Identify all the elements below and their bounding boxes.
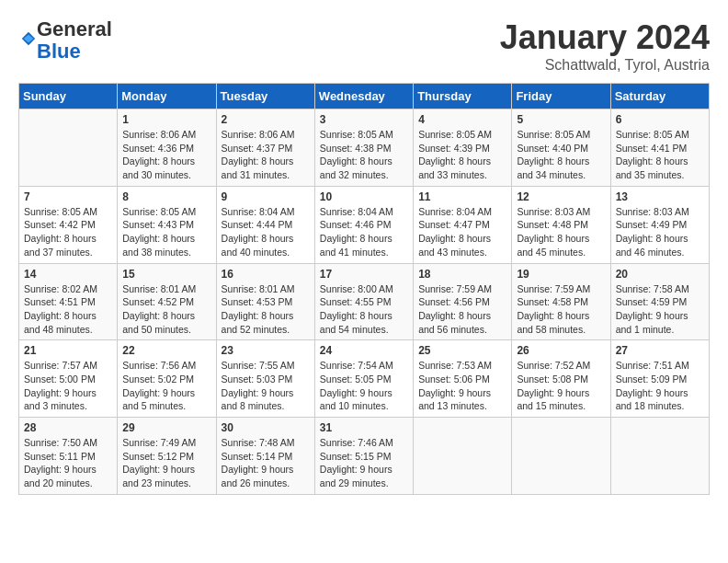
calendar-cell: 11 Sunrise: 8:04 AMSunset: 4:47 PMDaylig…: [414, 186, 512, 263]
calendar-cell: 21 Sunrise: 7:57 AMSunset: 5:00 PMDaylig…: [19, 340, 118, 418]
day-info: Sunrise: 7:58 AMSunset: 4:59 PMDaylight:…: [616, 282, 704, 337]
calendar-cell: 13 Sunrise: 8:03 AMSunset: 4:49 PMDaylig…: [610, 186, 709, 263]
day-info: Sunrise: 7:50 AMSunset: 5:11 PMDaylight:…: [24, 436, 112, 490]
day-number: 3: [320, 113, 408, 126]
calendar-cell: 12 Sunrise: 8:03 AMSunset: 4:48 PMDaylig…: [512, 186, 610, 263]
day-info: Sunrise: 8:01 AMSunset: 4:52 PMDaylight:…: [122, 282, 210, 337]
day-number: 30: [222, 421, 310, 434]
day-number: 29: [122, 421, 210, 434]
calendar-cell: 19 Sunrise: 7:59 AMSunset: 4:58 PMDaylig…: [512, 263, 610, 340]
calendar-cell: 16 Sunrise: 8:01 AMSunset: 4:53 PMDaylig…: [216, 263, 314, 340]
day-number: 22: [122, 344, 210, 357]
header-monday: Monday: [118, 84, 216, 109]
day-number: 6: [616, 113, 704, 126]
day-number: 17: [320, 268, 408, 281]
calendar-cell: 6 Sunrise: 8:05 AMSunset: 4:41 PMDayligh…: [610, 109, 709, 187]
day-info: Sunrise: 7:52 AMSunset: 5:08 PMDaylight:…: [517, 359, 605, 413]
day-info: Sunrise: 7:48 AMSunset: 5:14 PMDaylight:…: [222, 436, 310, 490]
logo-text: General Blue: [37, 18, 112, 63]
day-number: 8: [122, 190, 210, 203]
header-saturday: Saturday: [610, 84, 709, 109]
calendar-cell: 7 Sunrise: 8:05 AMSunset: 4:42 PMDayligh…: [19, 186, 118, 263]
header-sunday: Sunday: [19, 84, 118, 109]
day-info: Sunrise: 8:01 AMSunset: 4:53 PMDaylight:…: [222, 282, 310, 337]
day-info: Sunrise: 8:06 AMSunset: 4:37 PMDaylight:…: [222, 128, 310, 182]
day-number: 13: [616, 190, 704, 203]
header-tuesday: Tuesday: [216, 84, 314, 109]
day-number: 7: [24, 190, 112, 203]
calendar-cell: [610, 418, 709, 495]
calendar-cell: 10 Sunrise: 8:04 AMSunset: 4:46 PMDaylig…: [314, 186, 413, 263]
day-number: 5: [517, 113, 605, 126]
calendar-cell: 23 Sunrise: 7:55 AMSunset: 5:03 PMDaylig…: [216, 340, 314, 418]
day-info: Sunrise: 8:05 AMSunset: 4:39 PMDaylight:…: [418, 128, 506, 182]
calendar-week-3: 14 Sunrise: 8:02 AMSunset: 4:51 PMDaylig…: [19, 263, 710, 340]
calendar-table: SundayMondayTuesdayWednesdayThursdayFrid…: [18, 83, 710, 495]
day-number: 16: [222, 268, 310, 281]
day-number: 23: [222, 344, 310, 357]
day-number: 28: [24, 421, 112, 434]
calendar-cell: 18 Sunrise: 7:59 AMSunset: 4:56 PMDaylig…: [414, 263, 512, 340]
calendar-cell: [19, 109, 118, 187]
calendar-header-row: SundayMondayTuesdayWednesdayThursdayFrid…: [19, 84, 710, 109]
calendar-cell: 5 Sunrise: 8:05 AMSunset: 4:40 PMDayligh…: [512, 109, 610, 187]
header-friday: Friday: [512, 84, 610, 109]
day-info: Sunrise: 7:51 AMSunset: 5:09 PMDaylight:…: [616, 359, 704, 413]
day-number: 24: [320, 344, 408, 357]
day-info: Sunrise: 8:05 AMSunset: 4:42 PMDaylight:…: [24, 205, 112, 259]
day-number: 11: [418, 190, 506, 203]
day-info: Sunrise: 8:04 AMSunset: 4:47 PMDaylight:…: [418, 205, 506, 259]
day-number: 25: [418, 344, 506, 357]
page-header: General Blue January 2024 Schattwald, Ty…: [18, 18, 710, 74]
calendar-cell: 22 Sunrise: 7:56 AMSunset: 5:02 PMDaylig…: [118, 340, 216, 418]
calendar-week-5: 28 Sunrise: 7:50 AMSunset: 5:11 PMDaylig…: [19, 418, 710, 495]
day-info: Sunrise: 7:49 AMSunset: 5:12 PMDaylight:…: [122, 436, 210, 490]
header-wednesday: Wednesday: [314, 84, 413, 109]
day-info: Sunrise: 7:46 AMSunset: 5:15 PMDaylight:…: [320, 436, 408, 490]
calendar-week-4: 21 Sunrise: 7:57 AMSunset: 5:00 PMDaylig…: [19, 340, 710, 418]
logo-icon: [20, 30, 37, 47]
calendar-cell: 3 Sunrise: 8:05 AMSunset: 4:38 PMDayligh…: [314, 109, 413, 187]
logo: General Blue: [18, 18, 112, 63]
day-number: 12: [517, 190, 605, 203]
day-number: 10: [320, 190, 408, 203]
day-info: Sunrise: 7:54 AMSunset: 5:05 PMDaylight:…: [320, 359, 408, 413]
calendar-cell: 9 Sunrise: 8:04 AMSunset: 4:44 PMDayligh…: [216, 186, 314, 263]
day-info: Sunrise: 7:59 AMSunset: 4:58 PMDaylight:…: [517, 282, 605, 337]
calendar-week-2: 7 Sunrise: 8:05 AMSunset: 4:42 PMDayligh…: [19, 186, 710, 263]
day-info: Sunrise: 7:57 AMSunset: 5:00 PMDaylight:…: [24, 359, 112, 413]
day-number: 26: [517, 344, 605, 357]
day-info: Sunrise: 8:05 AMSunset: 4:43 PMDaylight:…: [122, 205, 210, 259]
calendar-cell: 31 Sunrise: 7:46 AMSunset: 5:15 PMDaylig…: [314, 418, 413, 495]
day-info: Sunrise: 8:04 AMSunset: 4:44 PMDaylight:…: [222, 205, 310, 259]
day-number: 31: [320, 421, 408, 434]
calendar-title: January 2024: [500, 18, 710, 57]
day-number: 19: [517, 268, 605, 281]
calendar-cell: 1 Sunrise: 8:06 AMSunset: 4:36 PMDayligh…: [118, 109, 216, 187]
day-info: Sunrise: 7:55 AMSunset: 5:03 PMDaylight:…: [222, 359, 310, 413]
calendar-cell: 4 Sunrise: 8:05 AMSunset: 4:39 PMDayligh…: [414, 109, 512, 187]
day-number: 14: [24, 268, 112, 281]
day-number: 20: [616, 268, 704, 281]
calendar-cell: 15 Sunrise: 8:01 AMSunset: 4:52 PMDaylig…: [118, 263, 216, 340]
calendar-subtitle: Schattwald, Tyrol, Austria: [500, 57, 710, 74]
day-info: Sunrise: 8:00 AMSunset: 4:55 PMDaylight:…: [320, 282, 408, 337]
day-info: Sunrise: 8:04 AMSunset: 4:46 PMDaylight:…: [320, 205, 408, 259]
calendar-cell: 28 Sunrise: 7:50 AMSunset: 5:11 PMDaylig…: [19, 418, 118, 495]
day-info: Sunrise: 8:06 AMSunset: 4:36 PMDaylight:…: [122, 128, 210, 182]
day-info: Sunrise: 7:59 AMSunset: 4:56 PMDaylight:…: [418, 282, 506, 337]
title-block: January 2024 Schattwald, Tyrol, Austria: [500, 18, 710, 74]
day-number: 4: [418, 113, 506, 126]
day-number: 15: [122, 268, 210, 281]
calendar-cell: 2 Sunrise: 8:06 AMSunset: 4:37 PMDayligh…: [216, 109, 314, 187]
calendar-cell: [512, 418, 610, 495]
day-info: Sunrise: 8:03 AMSunset: 4:48 PMDaylight:…: [517, 205, 605, 259]
calendar-cell: 25 Sunrise: 7:53 AMSunset: 5:06 PMDaylig…: [414, 340, 512, 418]
calendar-cell: [414, 418, 512, 495]
header-thursday: Thursday: [414, 84, 512, 109]
day-info: Sunrise: 7:53 AMSunset: 5:06 PMDaylight:…: [418, 359, 506, 413]
day-info: Sunrise: 7:56 AMSunset: 5:02 PMDaylight:…: [122, 359, 210, 413]
calendar-cell: 14 Sunrise: 8:02 AMSunset: 4:51 PMDaylig…: [19, 263, 118, 340]
day-info: Sunrise: 8:03 AMSunset: 4:49 PMDaylight:…: [616, 205, 704, 259]
calendar-cell: 30 Sunrise: 7:48 AMSunset: 5:14 PMDaylig…: [216, 418, 314, 495]
